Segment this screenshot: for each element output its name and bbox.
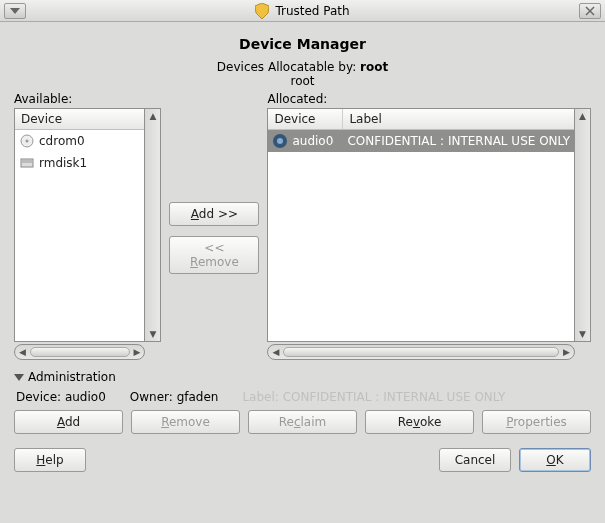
scroll-down-icon: ▼ [149, 329, 156, 339]
available-label: Available: [14, 92, 161, 106]
device-name: rmdisk1 [39, 156, 87, 170]
transfer-buttons: Add >> << Remove [169, 92, 259, 274]
list-item[interactable]: audio0CONFIDENTIAL : INTERNAL USE ONLY [268, 130, 574, 152]
admin-reclaim-button[interactable]: Reclaim [248, 410, 357, 434]
administration-toggle[interactable]: Administration [14, 370, 591, 384]
administration-section: Administration Device: audio0 Owner: gfa… [14, 370, 591, 434]
list-item[interactable]: rmdisk1 [15, 152, 144, 174]
allocated-pane: Allocated: Device Label audio0CONFIDENTI… [267, 92, 591, 360]
add-to-allocated-button[interactable]: Add >> [169, 202, 259, 226]
close-button[interactable] [579, 3, 601, 19]
chevron-down-icon [14, 372, 24, 382]
audio-icon [272, 133, 288, 149]
ok-button[interactable]: OK [519, 448, 591, 472]
bottom-buttons: Help Cancel OK [14, 448, 591, 472]
scroll-down-icon: ▼ [579, 329, 586, 339]
chevron-down-icon [10, 8, 20, 14]
shield-icon [255, 3, 269, 19]
admin-properties-button[interactable]: Properties [482, 410, 591, 434]
scroll-thumb[interactable] [30, 347, 130, 357]
allocated-header-label[interactable]: Label [343, 109, 574, 129]
allocated-header-device[interactable]: Device [268, 109, 343, 129]
admin-buttons: Add Remove Reclaim Revoke Properties [14, 410, 591, 434]
scroll-right-icon: ▶ [134, 347, 141, 357]
admin-remove-button[interactable]: Remove [131, 410, 240, 434]
close-icon [585, 6, 595, 16]
list-item[interactable]: cdrom0 [15, 130, 144, 152]
allocated-label: Allocated: [267, 92, 591, 106]
svg-marker-0 [10, 8, 20, 14]
device-name: cdrom0 [39, 134, 85, 148]
admin-label: Label: CONFIDENTIAL : INTERNAL USE ONLY [242, 390, 505, 404]
allocatable-by-line: Devices Allocatable by: root [14, 60, 591, 74]
available-header: Device [15, 109, 144, 130]
titlebar: Trusted Path [0, 0, 605, 22]
allocatable-user-line: root [14, 74, 591, 88]
device-name: audio0 [292, 134, 333, 148]
scroll-up-icon: ▲ [579, 111, 586, 121]
admin-device: Device: audio0 [16, 390, 106, 404]
allocated-hscroll[interactable]: ◀ ▶ [267, 344, 575, 360]
scroll-thumb[interactable] [283, 347, 559, 357]
panes: Available: Device cdrom0rmdisk1 ▲ ▼ ◀ ▶ [14, 92, 591, 360]
admin-add-button[interactable]: Add [14, 410, 123, 434]
cancel-button[interactable]: Cancel [439, 448, 511, 472]
available-vscroll[interactable]: ▲ ▼ [145, 108, 161, 342]
cd-icon [19, 133, 35, 149]
admin-owner: Owner: gfaden [130, 390, 219, 404]
disk-icon [19, 155, 35, 171]
dialog-title: Device Manager [14, 36, 591, 52]
allocated-header: Device Label [268, 109, 574, 130]
available-list[interactable]: Device cdrom0rmdisk1 [14, 108, 145, 342]
administration-label: Administration [28, 370, 116, 384]
allocated-list[interactable]: Device Label audio0CONFIDENTIAL : INTERN… [267, 108, 575, 342]
title-center: Trusted Path [26, 3, 579, 19]
device-label: CONFIDENTIAL : INTERNAL USE ONLY [347, 134, 570, 148]
allocatable-by-prefix: Devices Allocatable by: [217, 60, 360, 74]
svg-point-4 [26, 140, 29, 143]
scroll-left-icon: ◀ [272, 347, 279, 357]
svg-rect-6 [22, 160, 32, 163]
scroll-left-icon: ◀ [19, 347, 26, 357]
admin-revoke-button[interactable]: Revoke [365, 410, 474, 434]
admin-info-row: Device: audio0 Owner: gfaden Label: CONF… [14, 390, 591, 404]
available-header-device[interactable]: Device [15, 109, 144, 129]
svg-marker-9 [14, 374, 24, 381]
window-title: Trusted Path [275, 4, 349, 18]
scroll-up-icon: ▲ [149, 111, 156, 121]
allocated-vscroll[interactable]: ▲ ▼ [575, 108, 591, 342]
scroll-right-icon: ▶ [563, 347, 570, 357]
remove-from-allocated-button[interactable]: << Remove [169, 236, 259, 274]
allocatable-by-user: root [360, 60, 388, 74]
help-button[interactable]: Help [14, 448, 86, 472]
window-menu-button[interactable] [4, 3, 26, 19]
available-hscroll[interactable]: ◀ ▶ [14, 344, 145, 360]
available-pane: Available: Device cdrom0rmdisk1 ▲ ▼ ◀ ▶ [14, 92, 161, 360]
window-body: Device Manager Devices Allocatable by: r… [0, 22, 605, 482]
svg-point-8 [277, 138, 283, 144]
